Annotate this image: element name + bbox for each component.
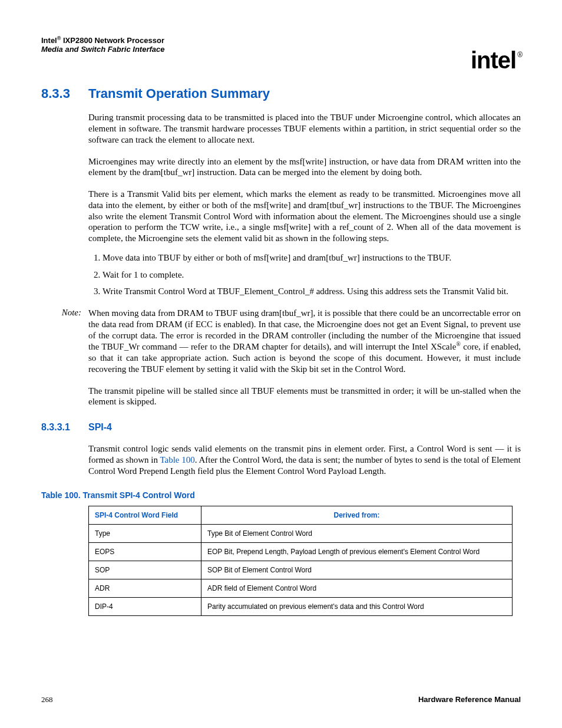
header-product: IXP2800 Network Processor [61, 36, 164, 45]
header-title-line2: Media and Switch Fabric Interface [41, 45, 521, 54]
section-body: During transmit processing data to be tr… [88, 112, 521, 297]
manual-title: Hardware Reference Manual [418, 695, 521, 704]
list-item: Move data into TBUF by either or both of… [103, 252, 521, 263]
spi4-control-word-table: SPI-4 Control Word Field Derived from: T… [88, 506, 513, 616]
intel-logo: intel® [471, 47, 521, 74]
table-cell: Type Bit of Element Control Word [201, 525, 513, 543]
note-body: When moving data from DRAM to TBUF using… [88, 308, 521, 375]
table-cell: EOPS [89, 543, 201, 561]
table-cell: SOP Bit of Element Control Word [201, 561, 513, 579]
section-number: 8.3.3 [41, 86, 88, 101]
table-header-row: SPI-4 Control Word Field Derived from: [89, 506, 513, 525]
table-row: SOP SOP Bit of Element Control Word [89, 561, 513, 579]
section-heading: 8.3.3 Transmit Operation Summary [41, 86, 521, 101]
table-crossref-link[interactable]: Table 100 [160, 455, 194, 465]
table-header: SPI-4 Control Word Field [89, 506, 201, 525]
table-caption: Table 100. Transmit SPI-4 Control Word [41, 490, 521, 500]
table-row: DIP-4 Parity accumulated on previous ele… [89, 598, 513, 616]
subsection-heading: 8.3.3.1 SPI-4 [41, 422, 521, 433]
table-cell: SOP [89, 561, 201, 579]
page-header: Intel® IXP2800 Network Processor Media a… [41, 35, 521, 54]
paragraph: There is a Transmit Valid bits per eleme… [88, 189, 521, 244]
ordered-list: Move data into TBUF by either or both of… [88, 252, 521, 297]
table-cell: Parity accumulated on previous element's… [201, 598, 513, 616]
page-footer: 268 Hardware Reference Manual [41, 695, 521, 704]
paragraph: Microengines may write directly into an … [88, 156, 521, 179]
paragraph: The transmit pipeline will be stalled si… [88, 386, 521, 408]
table-row: ADR ADR field of Element Control Word [89, 579, 513, 598]
note-block: Note: When moving data from DRAM to TBUF… [41, 308, 521, 375]
page-number: 268 [41, 695, 53, 704]
subsection-body: Transmit control logic sends valid eleme… [88, 443, 521, 476]
logo-reg: ® [517, 51, 522, 59]
logo-text: intel [471, 47, 516, 73]
table-cell: Type [89, 525, 201, 543]
list-item: Wait for 1 to complete. [103, 269, 521, 281]
section-title: Transmit Operation Summary [88, 86, 270, 101]
paragraph: During transmit processing data to be tr… [88, 112, 521, 145]
table-cell: ADR [89, 579, 201, 598]
note-label: Note: [41, 308, 88, 375]
table-cell: EOP Bit, Prepend Length, Payload Length … [201, 543, 513, 561]
table-cell: DIP-4 [89, 598, 201, 616]
subsection-number: 8.3.3.1 [41, 422, 88, 433]
header-brand: Intel [41, 36, 57, 45]
table-header: Derived from: [201, 506, 513, 525]
trademark-icon: ® [456, 341, 461, 347]
list-item: Write Transmit Control Word at TBUF_Elem… [103, 286, 521, 297]
table-cell: ADR field of Element Control Word [201, 579, 513, 598]
subsection-title: SPI-4 [88, 422, 112, 433]
section-body: The transmit pipeline will be stalled si… [88, 386, 521, 408]
paragraph: Transmit control logic sends valid eleme… [88, 443, 521, 476]
table-row: EOPS EOP Bit, Prepend Length, Payload Le… [89, 543, 513, 561]
header-title-line1: Intel® IXP2800 Network Processor [41, 35, 521, 45]
table-row: Type Type Bit of Element Control Word [89, 525, 513, 543]
